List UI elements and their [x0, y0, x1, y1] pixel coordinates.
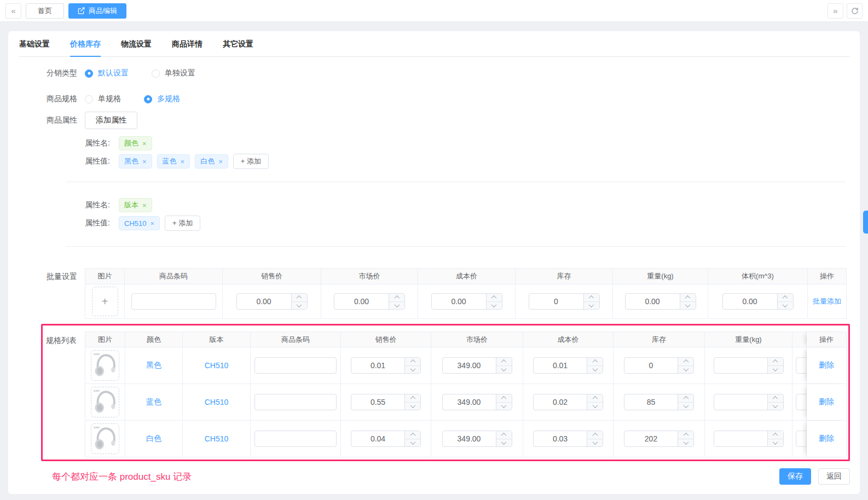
decrease-button[interactable]	[678, 402, 693, 410]
increase-button[interactable]	[768, 431, 783, 439]
increase-button[interactable]	[487, 294, 502, 301]
decrease-button[interactable]	[292, 301, 307, 310]
barcode-input[interactable]	[254, 357, 337, 374]
product-image[interactable]: SONY	[91, 350, 119, 381]
market-price-value[interactable]	[334, 294, 389, 309]
increase-button[interactable]	[496, 358, 512, 365]
sale-price-input[interactable]	[236, 293, 308, 310]
weight-value[interactable]	[714, 358, 767, 373]
decrease-button[interactable]	[678, 439, 693, 447]
add-value-button[interactable]: + 添加	[233, 154, 269, 169]
tab-other-settings[interactable]: 其它设置	[223, 38, 253, 56]
sale-price-value[interactable]	[351, 394, 404, 410]
radio-separate-settings[interactable]: 单独设置	[152, 68, 195, 78]
close-icon[interactable]: ×	[142, 158, 147, 165]
radio-single-spec[interactable]: 单规格	[85, 94, 121, 104]
increase-button[interactable]	[587, 358, 603, 365]
tab-price-stock[interactable]: 价格库存	[70, 38, 101, 57]
add-value-button[interactable]: + 添加	[165, 216, 200, 231]
market-price-input[interactable]	[442, 394, 512, 410]
weight-value[interactable]	[714, 431, 767, 446]
decrease-button[interactable]	[768, 365, 783, 374]
tab-logistics-settings[interactable]: 物流设置	[121, 38, 152, 56]
increase-button[interactable]	[768, 358, 783, 365]
volume-input-clipped[interactable]	[796, 394, 807, 410]
cost-price-input[interactable]	[533, 394, 603, 410]
expand-tabs-button[interactable]: »	[828, 3, 843, 19]
stock-value[interactable]	[529, 294, 583, 309]
decrease-button[interactable]	[678, 365, 693, 374]
increase-button[interactable]	[678, 431, 693, 439]
increase-button[interactable]	[678, 394, 693, 402]
barcode-input[interactable]	[254, 394, 337, 410]
market-price-value[interactable]	[443, 358, 496, 373]
weight-input[interactable]	[714, 431, 784, 447]
decrease-button[interactable]	[496, 439, 512, 447]
increase-button[interactable]	[778, 294, 793, 301]
increase-button[interactable]	[405, 394, 420, 402]
sale-price-value[interactable]	[237, 294, 291, 309]
weight-value[interactable]	[714, 394, 767, 410]
upload-image-button[interactable]: +	[92, 287, 118, 316]
sale-price-input[interactable]	[351, 431, 421, 447]
sale-price-input[interactable]	[351, 357, 421, 374]
sale-price-input[interactable]	[351, 394, 421, 410]
cost-price-input[interactable]	[533, 431, 603, 447]
increase-button[interactable]	[584, 294, 599, 301]
weight-input[interactable]	[714, 357, 784, 374]
delete-link[interactable]: 删除	[819, 397, 834, 407]
weight-input[interactable]	[714, 394, 784, 410]
stock-value[interactable]	[624, 431, 678, 446]
increase-button[interactable]	[389, 294, 404, 301]
volume-input[interactable]	[722, 293, 794, 310]
market-price-input[interactable]	[442, 357, 512, 374]
cost-price-input[interactable]	[431, 293, 502, 310]
close-icon[interactable]: ×	[181, 158, 185, 165]
back-button[interactable]: 返回	[818, 468, 850, 485]
decrease-button[interactable]	[487, 301, 502, 310]
tab-basic-settings[interactable]: 基础设置	[19, 38, 50, 56]
increase-button[interactable]	[405, 358, 420, 365]
increase-button[interactable]	[292, 294, 307, 301]
tab-home[interactable]: 首页	[26, 3, 64, 19]
stock-input[interactable]	[624, 394, 694, 410]
market-price-value[interactable]	[443, 431, 496, 446]
decrease-button[interactable]	[768, 402, 783, 410]
market-price-input[interactable]	[442, 431, 512, 447]
product-image[interactable]: SONY	[91, 423, 119, 454]
volume-value[interactable]	[723, 294, 777, 309]
decrease-button[interactable]	[496, 402, 512, 410]
stock-value[interactable]	[624, 358, 678, 373]
increase-button[interactable]	[587, 394, 603, 402]
radio-multi-spec[interactable]: 多规格	[144, 94, 180, 104]
weight-input[interactable]	[625, 293, 696, 310]
tab-product-edit[interactable]: 商品编辑	[68, 3, 126, 19]
barcode-input[interactable]	[131, 293, 216, 310]
batch-add-link[interactable]: 批量添加	[813, 296, 841, 306]
decrease-button[interactable]	[496, 365, 512, 374]
add-attribute-button[interactable]: 添加属性	[85, 112, 137, 129]
decrease-button[interactable]	[680, 301, 696, 310]
delete-link[interactable]: 删除	[819, 361, 834, 370]
decrease-button[interactable]	[389, 301, 404, 310]
stock-input[interactable]	[529, 293, 600, 310]
delete-link[interactable]: 删除	[819, 434, 834, 444]
increase-button[interactable]	[587, 431, 603, 439]
increase-button[interactable]	[678, 358, 693, 365]
market-price-input[interactable]	[334, 293, 405, 310]
cost-price-value[interactable]	[534, 431, 587, 446]
decrease-button[interactable]	[768, 439, 783, 447]
barcode-input[interactable]	[254, 431, 337, 447]
cost-price-input[interactable]	[533, 357, 603, 374]
increase-button[interactable]	[768, 394, 783, 402]
close-icon[interactable]: ×	[218, 158, 223, 165]
increase-button[interactable]	[496, 431, 512, 439]
volume-input-clipped[interactable]	[796, 431, 807, 447]
close-icon[interactable]: ×	[142, 202, 147, 209]
stock-value[interactable]	[624, 394, 678, 410]
side-scroll-handle[interactable]	[863, 211, 868, 234]
decrease-button[interactable]	[587, 402, 603, 410]
decrease-button[interactable]	[587, 365, 603, 374]
collapse-tabs-button[interactable]: «	[5, 3, 21, 19]
increase-button[interactable]	[680, 294, 696, 301]
